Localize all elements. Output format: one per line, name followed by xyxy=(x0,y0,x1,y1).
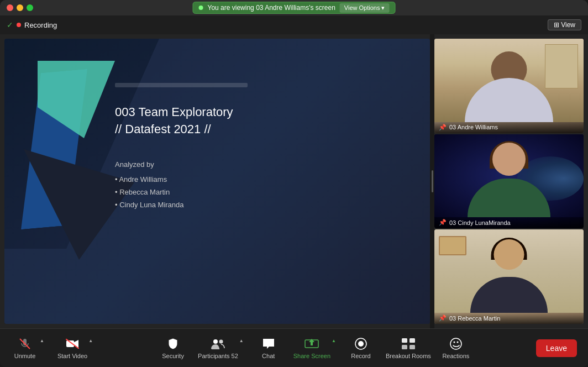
pin-icon: 📌 xyxy=(439,124,447,131)
security-shield-icon xyxy=(165,337,181,350)
start-video-button[interactable]: Start Video xyxy=(57,337,87,359)
video-camera-icon xyxy=(64,337,81,350)
recording-dot-icon xyxy=(17,23,21,27)
recording-label: Recording xyxy=(24,21,57,29)
share-screen-button-group: Share Screen ▲ xyxy=(293,337,336,359)
record-icon xyxy=(353,337,369,350)
slide-analyzed-by: Analyzed by xyxy=(115,160,419,169)
svg-point-17 xyxy=(456,341,458,343)
svg-point-16 xyxy=(453,341,455,343)
toolbar: Unmute ▲ Start Video ▲ xyxy=(0,328,588,367)
slide-names-list: Andre Williams Rebecca Martin Cindy Luna… xyxy=(115,173,419,212)
video-tile-cindy[interactable]: 📌 03 Cindy LunaMiranda xyxy=(434,134,584,229)
screen-share-banner: You are viewing 03 Andre Williams's scre… xyxy=(193,2,396,14)
svg-rect-14 xyxy=(410,345,415,349)
share-screen-button[interactable]: Share Screen xyxy=(293,337,330,359)
participant-name-bar-cindy: 📌 03 Cindy LunaMiranda xyxy=(434,217,584,228)
microphone-muted-icon xyxy=(17,337,33,350)
svg-rect-13 xyxy=(402,345,407,349)
participants-button-group: Participants 52 ▲ xyxy=(198,337,244,359)
painting-decoration xyxy=(439,236,466,255)
breakout-rooms-button[interactable]: Breakout Rooms xyxy=(386,337,431,359)
slide-progress-bar xyxy=(115,83,248,87)
participants-button[interactable]: Participants 52 xyxy=(198,337,238,359)
reactions-button[interactable]: Reactions xyxy=(442,337,470,359)
green-dot-icon xyxy=(199,6,203,10)
pin-icon: 📌 xyxy=(439,314,447,322)
minimize-button[interactable] xyxy=(17,4,23,11)
chat-button[interactable]: Chat xyxy=(255,337,282,359)
share-screen-icon xyxy=(303,337,320,350)
participant-name-andre: 03 Andre Williams xyxy=(449,124,498,130)
toolbar-left: Unmute ▲ Start Video ▲ xyxy=(11,337,93,359)
record-button[interactable]: Record xyxy=(347,337,375,359)
maximize-button[interactable] xyxy=(27,4,33,11)
svg-point-10 xyxy=(358,341,364,347)
main-content: 003 Team Exploratory // Datafest 2021 //… xyxy=(0,34,588,328)
chevron-up-icon[interactable]: ▲ xyxy=(239,338,244,343)
unmute-label: Unmute xyxy=(14,353,36,359)
shield-icon: ✓ xyxy=(7,20,13,29)
toolbar-right: Leave xyxy=(536,339,577,357)
svg-rect-12 xyxy=(410,338,415,343)
chat-label: Chat xyxy=(262,353,275,359)
room-shelf xyxy=(545,44,578,88)
view-options-button[interactable]: View Options ▾ xyxy=(340,3,390,13)
slide-content: 003 Team Exploratory // Datafest 2021 //… xyxy=(4,39,430,324)
unmute-button-group: Unmute ▲ xyxy=(11,337,44,359)
reactions-emoji-icon xyxy=(448,337,464,350)
slide-name-1: Andre Williams xyxy=(115,173,419,186)
chevron-up-icon[interactable]: ▲ xyxy=(332,338,336,343)
record-label: Record xyxy=(351,353,370,359)
avatar-cindy xyxy=(434,134,584,218)
breakout-rooms-label: Breakout Rooms xyxy=(386,353,431,359)
participant-name-rebecca: 03 Rebecca Martin xyxy=(449,315,500,322)
participants-icon xyxy=(209,337,226,350)
slide-name-3: Cindy Luna Miranda xyxy=(115,198,419,211)
svg-point-6 xyxy=(219,339,223,343)
view-button[interactable]: ⊞ View xyxy=(548,19,581,30)
slide-name-2: Rebecca Martin xyxy=(115,186,419,198)
svg-point-5 xyxy=(213,339,218,344)
sub-header: ✓ Recording ⊞ View xyxy=(0,15,588,34)
divider-handle-icon xyxy=(432,170,433,192)
video-tile-rebecca[interactable]: 📌 03 Rebecca Martin xyxy=(434,229,584,324)
slide-title: 003 Team Exploratory // Datafest 2021 // xyxy=(115,104,419,138)
video-panel: 📌 03 Andre Williams 📌 03 Cindy LunaMiran… xyxy=(434,39,584,324)
close-button[interactable] xyxy=(7,4,13,11)
start-video-button-group: Start Video ▲ xyxy=(57,337,93,359)
pin-icon: 📌 xyxy=(439,219,447,226)
participant-name-bar-andre: 📌 03 Andre Williams xyxy=(434,122,584,133)
participant-name-cindy: 03 Cindy LunaMiranda xyxy=(449,219,511,226)
participant-name-bar-rebecca: 📌 03 Rebecca Martin xyxy=(434,312,584,324)
chevron-up-icon[interactable]: ▲ xyxy=(40,338,44,343)
svg-point-15 xyxy=(450,338,461,349)
avatar-andre xyxy=(434,39,584,122)
title-bar: You are viewing 03 Andre Williams's scre… xyxy=(0,0,588,15)
svg-rect-11 xyxy=(402,338,407,343)
security-button[interactable]: Security xyxy=(159,337,187,359)
chevron-up-icon[interactable]: ▲ xyxy=(88,338,93,343)
unmute-button[interactable]: Unmute xyxy=(11,337,39,359)
security-label: Security xyxy=(162,353,184,359)
start-video-label: Start Video xyxy=(57,353,87,359)
recording-indicator: ✓ Recording xyxy=(7,20,57,29)
breakout-rooms-icon xyxy=(400,337,417,350)
toolbar-center: Security Participants 52 ▲ xyxy=(159,337,470,359)
slide-text-area: 003 Team Exploratory // Datafest 2021 //… xyxy=(115,83,419,212)
traffic-lights xyxy=(0,4,33,11)
slide-area: 003 Team Exploratory // Datafest 2021 //… xyxy=(4,39,430,324)
panel-divider[interactable] xyxy=(430,34,434,328)
reactions-label: Reactions xyxy=(442,353,469,359)
avatar-head xyxy=(494,239,524,270)
screen-share-text: You are viewing 03 Andre Williams's scre… xyxy=(208,4,335,12)
share-screen-label: Share Screen xyxy=(293,353,330,359)
avatar-rebecca xyxy=(434,229,584,313)
leave-button[interactable]: Leave xyxy=(536,339,577,357)
chat-bubble-icon xyxy=(260,337,277,350)
video-tile-andre[interactable]: 📌 03 Andre Williams xyxy=(434,39,584,133)
participants-label: Participants 52 xyxy=(198,353,238,359)
avatar-head xyxy=(492,143,526,176)
